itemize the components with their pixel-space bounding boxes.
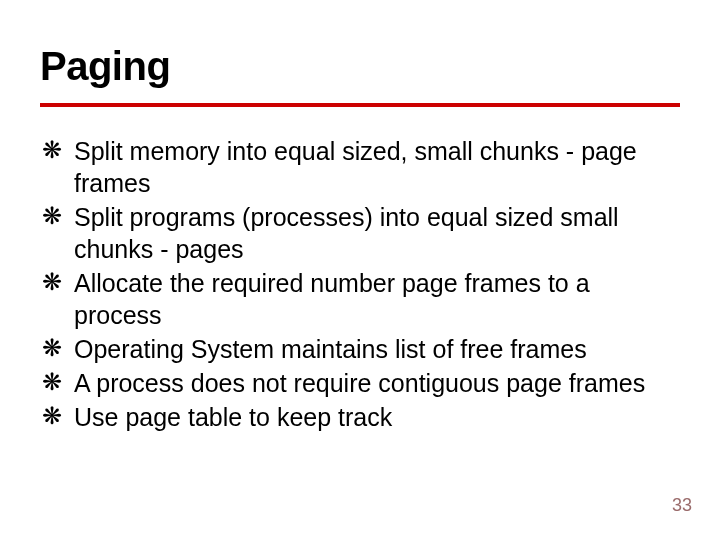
list-item: ❋ Operating System maintains list of fre… (40, 333, 680, 365)
list-item: ❋ Allocate the required number page fram… (40, 267, 680, 331)
page-title: Paging (40, 44, 680, 89)
list-item: ❋ Split memory into equal sized, small c… (40, 135, 680, 199)
bullet-icon: ❋ (42, 333, 62, 364)
bullet-icon: ❋ (42, 367, 62, 398)
bullet-icon: ❋ (42, 401, 62, 432)
bullet-text: Allocate the required number page frames… (74, 269, 590, 329)
bullet-icon: ❋ (42, 267, 62, 298)
bullet-text: A process does not require contiguous pa… (74, 369, 645, 397)
page-number: 33 (672, 495, 692, 516)
bullet-icon: ❋ (42, 135, 62, 166)
bullet-text: Split programs (processes) into equal si… (74, 203, 619, 263)
list-item: ❋ A process does not require contiguous … (40, 367, 680, 399)
list-item: ❋ Split programs (processes) into equal … (40, 201, 680, 265)
slide: Paging ❋ Split memory into equal sized, … (0, 0, 720, 540)
bullet-icon: ❋ (42, 201, 62, 232)
bullet-text: Use page table to keep track (74, 403, 392, 431)
title-underline (40, 103, 680, 107)
bullet-text: Split memory into equal sized, small chu… (74, 137, 637, 197)
bullet-list: ❋ Split memory into equal sized, small c… (40, 135, 680, 433)
list-item: ❋ Use page table to keep track (40, 401, 680, 433)
bullet-text: Operating System maintains list of free … (74, 335, 587, 363)
